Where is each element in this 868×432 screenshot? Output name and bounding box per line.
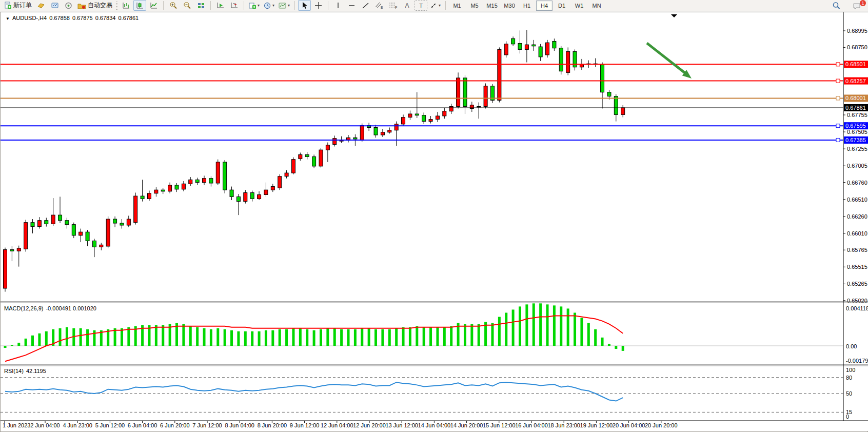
arrows-tool[interactable]: ▾ — [428, 0, 442, 11]
new-order-button[interactable]: 新订单 — [3, 0, 33, 11]
candle-body — [244, 192, 247, 201]
svg-text:E: E — [381, 6, 383, 9]
chevron-down-icon: ▾ — [439, 3, 441, 8]
tile-windows-button[interactable] — [194, 0, 207, 11]
templates-button[interactable]: ▾ — [277, 0, 291, 11]
svg-text:0.68750: 0.68750 — [847, 44, 867, 50]
timeframe-button-m5[interactable]: M5 — [466, 1, 483, 11]
candle-body — [161, 190, 165, 191]
timeframe-button-d1[interactable]: D1 — [554, 1, 570, 11]
timeframe-button-h4[interactable]: H4 — [536, 1, 553, 11]
candlestick-chart-button[interactable] — [133, 0, 146, 11]
trendline-tool[interactable] — [359, 0, 372, 11]
signal-button[interactable] — [62, 0, 75, 11]
candle-body — [532, 45, 536, 46]
svg-text:0.66260: 0.66260 — [847, 213, 867, 220]
candle-body — [236, 197, 240, 201]
candle-body — [154, 190, 158, 193]
text-label-tool[interactable]: T — [415, 0, 427, 11]
candle-body — [271, 187, 274, 190]
svg-text:0.66510: 0.66510 — [847, 197, 867, 203]
svg-text:5 Jun 12:00: 5 Jun 12:00 — [95, 422, 125, 428]
candle-body — [264, 190, 268, 194]
candle-body — [72, 225, 75, 235]
trendline-icon — [362, 2, 369, 9]
toolbar-grip — [116, 2, 117, 10]
candle-body — [333, 139, 337, 145]
crosshair-tool-button[interactable] — [312, 0, 325, 11]
candle-body — [553, 42, 556, 48]
vertical-line-tool[interactable] — [331, 0, 344, 11]
zoom-out-button[interactable] — [181, 0, 193, 11]
candle-body — [141, 196, 144, 199]
svg-text:6 Jun 04:00: 6 Jun 04:00 — [128, 422, 157, 428]
svg-text:0.004118: 0.004118 — [846, 305, 868, 311]
candle-body — [4, 250, 7, 288]
candle-body — [525, 45, 528, 49]
toolbar-separator — [210, 1, 211, 10]
svg-text:0.66760: 0.66760 — [847, 180, 867, 186]
chart-canvas[interactable]: 0.0041180.00-0.00179310080501500.685010.… — [1, 12, 868, 431]
candlestick-icon — [136, 2, 144, 9]
candle-body — [457, 78, 460, 107]
timeframe-button-w1[interactable]: W1 — [571, 1, 587, 11]
timeframe-button-mn[interactable]: MN — [588, 1, 605, 11]
candle-body — [120, 223, 124, 225]
new-chart-icon — [249, 2, 257, 9]
chevron-down-icon: ▾ — [288, 3, 290, 8]
svg-text:20 Jun 20:00: 20 Jun 20:00 — [645, 422, 678, 428]
main-toolbar: 新订单 自动交易 — [0, 0, 868, 11]
bar-chart-button[interactable] — [120, 0, 132, 11]
timeframe-button-m15[interactable]: M15 — [484, 1, 500, 11]
svg-text:0.67385: 0.67385 — [845, 137, 866, 143]
candle-body — [168, 185, 172, 191]
svg-text:0: 0 — [846, 414, 849, 420]
auto-trading-button[interactable]: 自动交易 — [76, 0, 114, 11]
candle-body — [408, 114, 412, 117]
candle-body — [92, 241, 96, 247]
timeframe-button-m30[interactable]: M30 — [501, 1, 518, 11]
chart-shift-icon — [230, 2, 239, 9]
candle-body — [614, 96, 618, 115]
fibonacci-icon: F — [389, 2, 398, 9]
svg-text:8 Jun 20:00: 8 Jun 20:00 — [258, 422, 287, 428]
auto-scroll-button[interactable] — [214, 0, 227, 11]
ticket-button[interactable] — [34, 0, 47, 11]
candle-body — [65, 221, 69, 225]
search-button[interactable] — [830, 1, 843, 11]
svg-text:0.67255: 0.67255 — [847, 146, 867, 152]
svg-text:14 Jun 20:00: 14 Jun 20:00 — [450, 422, 483, 428]
candle-body — [539, 47, 542, 57]
timeframe-button-h1[interactable]: H1 — [519, 1, 535, 11]
rsi-value: 42.1195 — [26, 368, 46, 374]
candle-body — [484, 86, 487, 107]
timeframe-button-m1[interactable]: M1 — [449, 1, 465, 11]
candle-body — [511, 38, 515, 44]
new-chart-button[interactable]: ▾ — [247, 0, 261, 11]
notifications-button[interactable]: 1 — [851, 1, 863, 11]
zoom-in-button[interactable] — [167, 0, 180, 11]
toolbar-separator — [445, 1, 446, 10]
line-chart-button[interactable] — [147, 0, 160, 11]
terminal-button[interactable] — [48, 0, 61, 11]
equidistant-channel-tool[interactable]: E — [373, 0, 386, 11]
horizontal-line-tool[interactable] — [345, 0, 358, 11]
text-tool[interactable]: A — [401, 0, 413, 11]
period-clock-button[interactable]: ▾ — [262, 0, 276, 11]
chart-high-value: 0.67875 — [72, 15, 93, 21]
cursor-tool-button[interactable] — [298, 0, 311, 11]
svg-text:50: 50 — [846, 390, 852, 397]
candle-body — [216, 162, 220, 183]
candle-body — [422, 115, 426, 122]
chart-shift-button[interactable] — [228, 0, 241, 11]
candle-body — [195, 180, 199, 182]
period-clock-icon — [264, 2, 271, 9]
candle-body — [436, 116, 439, 120]
collapse-chart-icon[interactable]: ▼ — [6, 16, 10, 21]
svg-text:18 Jun 23:00: 18 Jun 23:00 — [547, 422, 580, 428]
candle-body — [299, 154, 302, 159]
svg-text:0.68001: 0.68001 — [845, 95, 866, 101]
candle-body — [86, 232, 89, 241]
fibonacci-tool[interactable]: F — [387, 0, 400, 11]
svg-text:0.68501: 0.68501 — [845, 61, 866, 67]
